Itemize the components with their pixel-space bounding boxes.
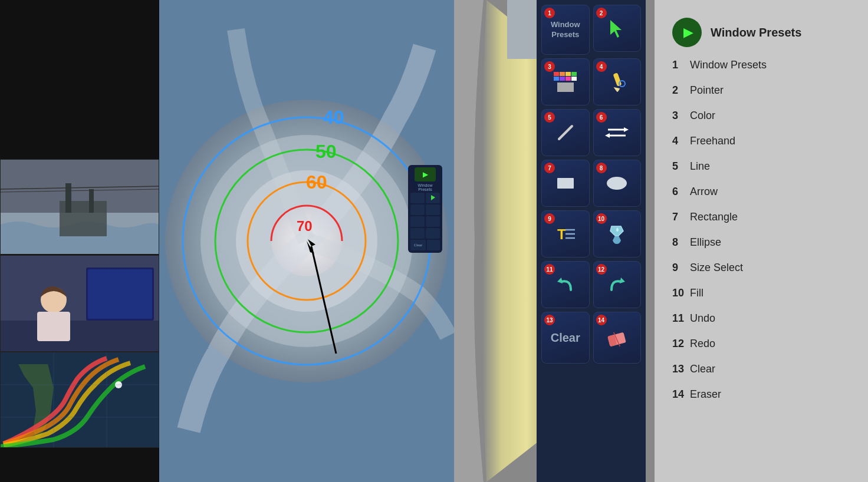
pointer-button[interactable]: 2 [593, 5, 642, 52]
legend-item: 2 Pointer [672, 84, 850, 97]
line-icon [554, 121, 577, 144]
mini-tool-5[interactable] [410, 216, 425, 227]
legend-item-num: 3 [672, 110, 690, 122]
freehand-icon [606, 71, 628, 93]
mini-tool-2[interactable] [426, 193, 440, 203]
tool-num-7: 7 [544, 163, 555, 173]
undo-icon [554, 273, 577, 296]
legend-item: 10 Fill [672, 287, 850, 299]
eraser-button[interactable]: 14 [593, 312, 642, 364]
line-button[interactable]: 5 [541, 109, 590, 156]
pointer-icon [606, 17, 628, 39]
svg-text:60: 60 [306, 171, 327, 193]
color-icon [554, 72, 577, 92]
rectangle-icon [554, 172, 577, 194]
svg-marker-54 [620, 278, 625, 283]
svg-marker-53 [557, 278, 563, 283]
svg-marker-46 [605, 133, 610, 138]
tool-num-12: 12 [596, 264, 607, 275]
freehand-button[interactable]: 4 [593, 58, 642, 105]
video-cell-map [0, 352, 159, 448]
svg-marker-39 [610, 20, 622, 38]
legend-item-label: Fill [690, 287, 703, 299]
window-presets-button[interactable]: 1 Window Presets [541, 5, 590, 55]
clear-button[interactable]: 13 Clear [541, 312, 590, 364]
legend-item: 6 Arrow [672, 186, 850, 198]
fill-button[interactable]: 10 [593, 210, 642, 257]
fill-icon [606, 223, 628, 245]
window-presets-label: Window Presets [542, 20, 589, 40]
center-panel [454, 0, 545, 482]
legend-item-label: Size Select [690, 262, 743, 274]
ellipse-button[interactable]: 8 [593, 160, 642, 207]
tool-num-1: 1 [544, 8, 555, 18]
mini-tool-6[interactable] [426, 216, 440, 227]
play-icon: ▶ [683, 25, 693, 40]
legend-panel: ▶ Window Presets 1 Window Presets 2 Poin… [655, 0, 868, 482]
tool-row-1: 1 Window Presets 2 [541, 5, 641, 55]
legend-title: Window Presets [711, 26, 801, 39]
legend-item-label: Rectangle [690, 211, 738, 223]
tool-num-10: 10 [596, 213, 607, 224]
legend-item-num: 11 [672, 312, 690, 325]
svg-point-48 [607, 177, 627, 190]
tool-row-7: 13 Clear 14 [541, 312, 641, 364]
mini-clear[interactable]: Clear [410, 240, 426, 250]
mini-tool-7[interactable] [410, 228, 425, 239]
redo-button[interactable]: 12 [593, 261, 642, 308]
legend-item: 8 Ellipse [672, 236, 850, 249]
legend-item-num: 6 [672, 186, 690, 198]
tool-row-2: 3 4 [541, 58, 641, 105]
legend-item: 7 Rectangle [672, 211, 850, 223]
legend-item-label: Window Presets [690, 59, 767, 71]
mini-tool-8[interactable] [426, 228, 440, 239]
mini-wp-label: WindowPresets [410, 183, 440, 192]
svg-text:40: 40 [323, 107, 344, 128]
legend-item-num: 13 [672, 363, 690, 375]
mini-tool-3[interactable] [410, 204, 425, 215]
legend-item-label: Freehand [690, 135, 735, 147]
arrow-icon [605, 121, 629, 144]
mini-tool-1[interactable] [410, 193, 425, 203]
svg-rect-40 [613, 72, 622, 86]
tool-num-13: 13 [544, 315, 555, 325]
legend-item-label: Color [690, 110, 715, 122]
legend-item-num: 12 [672, 338, 690, 350]
legend-items-container: 1 Window Presets 2 Pointer 3 Color 4 Fre… [672, 59, 850, 401]
legend-item-num: 1 [672, 59, 690, 71]
legend-item: 14 Eraser [672, 388, 850, 401]
rectangle-button[interactable]: 7 [541, 160, 590, 207]
video-cell-anchor [0, 255, 159, 351]
arrow-button[interactable]: 6 [593, 109, 642, 156]
mini-play-btn[interactable]: ▶ [415, 167, 436, 181]
legend-play-button[interactable]: ▶ [672, 18, 702, 47]
undo-button[interactable]: 11 [541, 261, 590, 308]
svg-rect-47 [557, 178, 574, 189]
tool-num-9: 9 [544, 213, 555, 224]
legend-item-num: 10 [672, 287, 690, 299]
legend-item-label: Ellipse [690, 236, 721, 249]
tool-num-4: 4 [596, 61, 607, 72]
legend-item: 12 Redo [672, 338, 850, 350]
legend-item-label: Redo [690, 338, 715, 350]
legend-header: ▶ Window Presets [672, 18, 850, 47]
left-panel: 40 50 60 70 [0, 0, 454, 482]
tool-num-6: 6 [596, 112, 607, 123]
tool-num-3: 3 [544, 61, 555, 72]
svg-marker-44 [624, 127, 629, 132]
size-select-button[interactable]: 9 T [541, 210, 590, 257]
size-select-icon: T [554, 223, 577, 245]
svg-line-42 [559, 126, 572, 139]
tool-num-8: 8 [596, 163, 607, 173]
svg-text:T: T [557, 226, 566, 242]
mini-eraser[interactable] [427, 240, 440, 250]
mini-tool-4[interactable] [426, 204, 440, 215]
tool-row-5: 9 T 10 [541, 210, 641, 257]
color-button[interactable]: 3 [541, 58, 590, 105]
legend-item: 13 Clear [672, 363, 850, 375]
legend-item: 11 Undo [672, 312, 850, 325]
svg-rect-20 [89, 189, 94, 213]
tool-num-5: 5 [544, 112, 555, 123]
svg-marker-36 [431, 195, 435, 200]
mini-toolbar: ▶ WindowPresets Clear [408, 165, 442, 253]
